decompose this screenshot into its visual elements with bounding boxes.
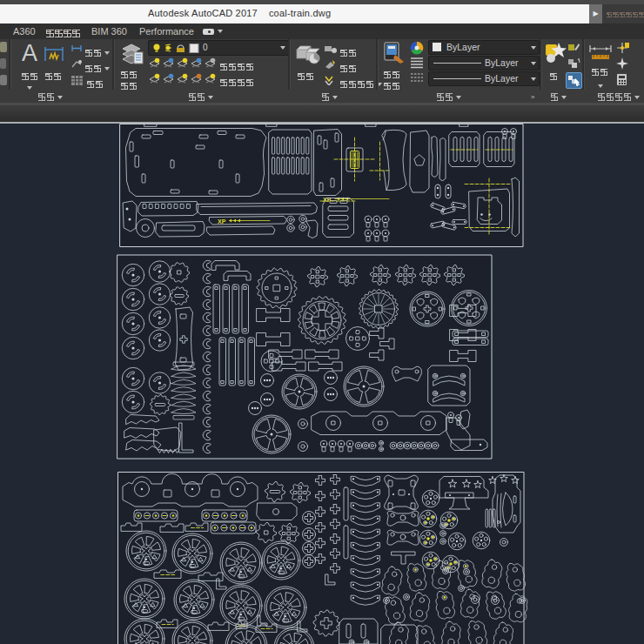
svg-text:XP: XP [218, 218, 226, 225]
